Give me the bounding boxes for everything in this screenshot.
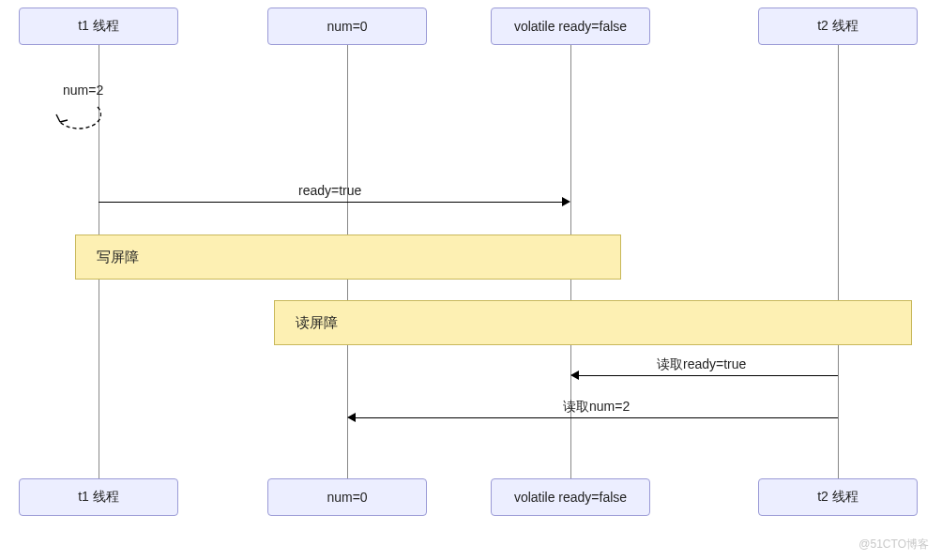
lifeline-t2 — [838, 45, 839, 478]
self-message-label: num=2 — [63, 83, 103, 98]
participant-label: num=0 — [327, 19, 367, 34]
participant-ready-bottom: volatile ready=false — [491, 478, 650, 516]
note-write-barrier: 写屏障 — [75, 235, 621, 280]
participant-t1-bottom: t1 线程 — [19, 478, 178, 516]
msg-read-ready-arrow-icon — [570, 371, 579, 380]
msg-ready-true-label: ready=true — [298, 183, 361, 198]
participant-ready-top: volatile ready=false — [491, 8, 650, 45]
self-loop-icon — [54, 103, 94, 129]
participant-label: volatile ready=false — [514, 19, 627, 34]
participant-label: t1 线程 — [78, 18, 119, 35]
note-label: 读屏障 — [296, 314, 338, 332]
msg-ready-true-arrow-icon — [562, 197, 570, 206]
msg-read-ready-line — [579, 375, 838, 376]
watermark: @51CTO博客 — [858, 537, 929, 552]
participant-label: volatile ready=false — [514, 490, 627, 505]
participant-label: num=0 — [327, 490, 367, 505]
msg-read-ready-label: 读取ready=true — [657, 356, 746, 373]
participant-num-bottom: num=0 — [267, 478, 427, 516]
msg-read-num-arrow-icon — [347, 413, 356, 422]
participant-label: t1 线程 — [78, 489, 119, 506]
note-read-barrier: 读屏障 — [274, 300, 912, 345]
participant-label: t2 线程 — [817, 18, 858, 35]
msg-read-num-label: 读取num=2 — [563, 399, 630, 416]
participant-num-top: num=0 — [267, 8, 427, 45]
note-label: 写屏障 — [97, 249, 139, 266]
participant-t2-bottom: t2 线程 — [758, 478, 918, 516]
participant-label: t2 线程 — [817, 489, 858, 506]
msg-read-num-line — [356, 417, 838, 418]
participant-t1-top: t1 线程 — [19, 8, 178, 45]
participant-t2-top: t2 线程 — [758, 8, 918, 45]
msg-ready-true-line — [99, 202, 562, 203]
